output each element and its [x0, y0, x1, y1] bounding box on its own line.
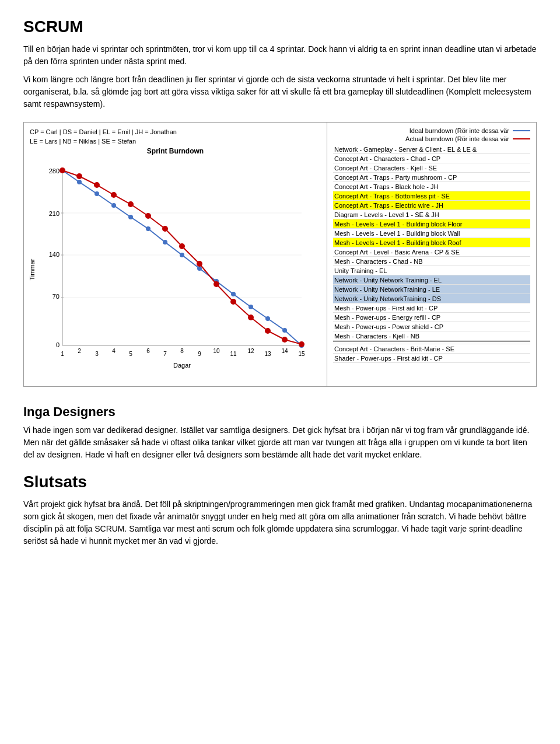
svg-point-48	[111, 192, 117, 198]
svg-text:140: 140	[49, 251, 60, 258]
task-item: Concept Art - Characters - Chad - CP	[333, 154, 530, 163]
svg-text:9: 9	[198, 351, 201, 357]
svg-text:3: 3	[95, 351, 99, 357]
svg-text:13: 13	[264, 351, 271, 357]
task-item: Mesh - Levels - Level 1 - Building block…	[333, 219, 530, 229]
actual-label: Actual burndown (Rör inte dessa vär	[405, 135, 509, 142]
svg-point-35	[146, 226, 150, 231]
task-item: Concept Art - Traps - Party mushroom - C…	[333, 173, 530, 182]
svg-point-50	[145, 213, 151, 219]
svg-point-43	[282, 328, 287, 333]
svg-point-55	[230, 299, 236, 305]
svg-text:2: 2	[78, 348, 81, 354]
svg-point-47	[94, 182, 100, 188]
chart-right: Ideal burndown (Rör inte dessa vär Actua…	[327, 123, 536, 386]
svg-text:5: 5	[129, 351, 132, 357]
task-item: Mesh - Power-ups - Energy refill - CP	[333, 313, 530, 322]
task-item: Shader - Power-ups - First aid kit - CP	[333, 354, 530, 363]
svg-text:280: 280	[49, 167, 60, 174]
intro-paragraph-1: Till en början hade vi sprintar och spri…	[23, 43, 537, 68]
actual-row: Actual burndown (Rör inte dessa vär	[333, 135, 530, 142]
svg-point-45	[60, 167, 65, 173]
task-item: Diagram - Levels - Level 1 - SE & JH	[333, 210, 530, 219]
burndown-chart: 280 210 140 70 0 1 2 3 4 5	[39, 159, 307, 380]
svg-text:7: 7	[163, 351, 167, 357]
task-item: Concept Art - Traps - Bottomless pit - S…	[333, 191, 530, 201]
svg-point-57	[265, 328, 271, 334]
svg-point-38	[197, 266, 202, 271]
chart-section: CP = Carl | DS = Daniel | EL = Emil | JH…	[23, 122, 537, 387]
legend-line-2: LE = Lars | NB = Niklas | SE = Stefan	[30, 138, 321, 145]
task-item: Mesh - Levels - Level 1 - Building block…	[333, 238, 530, 247]
svg-point-58	[282, 337, 288, 343]
task-item: Concept Art - Traps - Electric wire - JH	[333, 201, 530, 210]
svg-point-56	[248, 315, 254, 320]
svg-point-40	[231, 292, 236, 296]
task-item: Mesh - Power-ups - First aid kit - CP	[333, 303, 530, 313]
svg-point-42	[265, 316, 270, 321]
task-item: Network - Gameplay - Server & Client - E…	[333, 145, 530, 154]
svg-point-37	[180, 253, 184, 257]
task-item: Mesh - Power-ups - Power shield - CP	[333, 322, 530, 331]
actual-line-icon	[513, 138, 530, 139]
task-item: Unity Training - EL	[333, 266, 530, 275]
svg-text:Dagar: Dagar	[173, 362, 191, 369]
svg-point-52	[179, 243, 185, 249]
task-list: Network - Gameplay - Server & Client - E…	[333, 145, 530, 363]
svg-point-46	[76, 173, 82, 179]
chart-left: CP = Carl | DS = Daniel | EL = Emil | JH…	[24, 123, 327, 386]
svg-point-54	[214, 281, 219, 287]
task-item: Mesh - Levels - Level 1 - Building block…	[333, 229, 530, 238]
svg-text:8: 8	[180, 348, 184, 354]
slutsats-title: Slutsats	[23, 473, 537, 491]
task-item: Concept Art - Characters - Britt-Marie -…	[333, 344, 530, 354]
ideal-line-icon	[513, 130, 530, 131]
svg-text:11: 11	[230, 351, 237, 357]
page-title: SCRUM	[23, 18, 537, 36]
svg-text:6: 6	[146, 348, 150, 354]
task-item: Mesh - Characters - Kjell - NB	[333, 331, 530, 341]
slutsats-section: Slutsats Vårt projekt gick hyfsat bra än…	[23, 473, 537, 547]
svg-point-51	[162, 226, 168, 232]
task-item: Network - Unity NetworkTraining - LE	[333, 285, 530, 294]
inga-title: Inga Designers	[23, 404, 537, 420]
chart-title: Sprint Burndown	[30, 147, 321, 155]
svg-point-53	[197, 261, 202, 267]
svg-text:14: 14	[281, 348, 288, 354]
ideal-row: Ideal burndown (Rör inte dessa vär	[333, 127, 530, 134]
ideal-label: Ideal burndown (Rör inte dessa vär	[410, 127, 509, 134]
svg-text:1: 1	[61, 351, 64, 357]
task-item: Concept Art - Level - Basic Arena - CP &…	[333, 247, 530, 257]
svg-point-31	[77, 180, 82, 184]
svg-point-34	[128, 215, 133, 219]
svg-point-33	[111, 203, 116, 208]
svg-text:210: 210	[49, 210, 60, 217]
svg-point-49	[128, 201, 134, 207]
inga-paragraph: Vi hade ingen som var dedikerad designer…	[23, 424, 537, 461]
svg-point-59	[299, 341, 304, 347]
svg-text:70: 70	[52, 293, 60, 300]
task-item: Concept Art - Traps - Black hole - JH	[333, 182, 530, 191]
svg-text:0: 0	[56, 341, 60, 348]
task-item: Mesh - Characters - Chad - NB	[333, 257, 530, 266]
y-axis-label: Timmar	[29, 259, 36, 281]
slutsats-paragraph: Vårt projekt gick hyfsat bra ändå. Det f…	[23, 498, 537, 547]
svg-text:10: 10	[213, 348, 220, 354]
svg-point-36	[163, 240, 167, 244]
svg-point-32	[94, 191, 99, 196]
task-item: Network - Unity Network Training - EL	[333, 275, 530, 285]
svg-text:15: 15	[298, 351, 305, 357]
svg-point-41	[249, 305, 253, 309]
intro-paragraph-2: Vi kom längre och längre bort från deadl…	[23, 74, 537, 110]
inga-section: Inga Designers Vi hade ingen som var ded…	[23, 404, 537, 461]
svg-text:12: 12	[247, 348, 254, 354]
task-item: Network - Unity NetworkTraining - DS	[333, 294, 530, 303]
svg-text:4: 4	[112, 348, 116, 354]
legend-line-1: CP = Carl | DS = Daniel | EL = Emil | JH…	[30, 128, 321, 135]
task-item: Concept Art - Characters - Kjell - SE	[333, 163, 530, 173]
